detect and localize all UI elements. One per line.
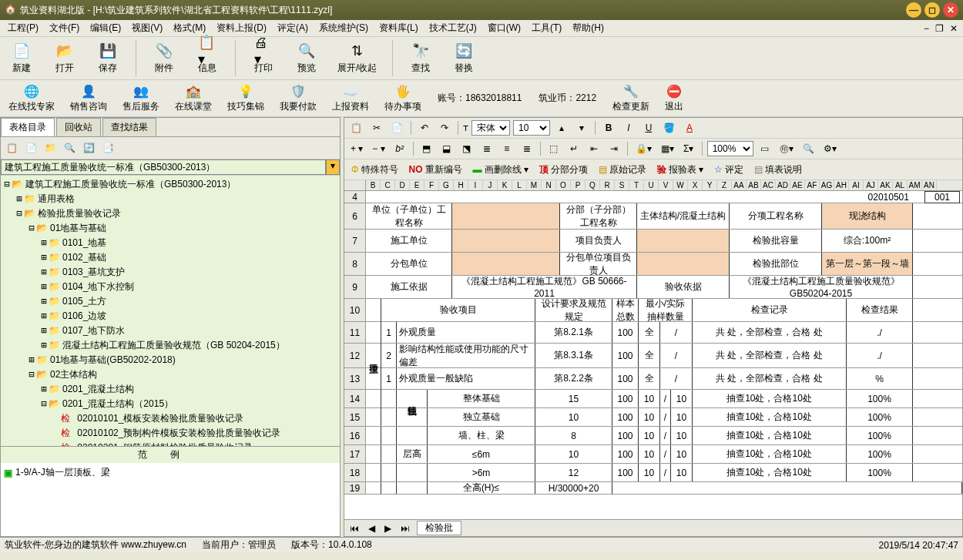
merge-button[interactable]: ⬚ <box>545 140 562 157</box>
service-button[interactable]: 👥售后服务 <box>120 82 162 114</box>
maximize-button[interactable]: ◻ <box>924 2 940 18</box>
align-right[interactable]: ≣ <box>518 140 535 157</box>
paste-button[interactable]: 📄 <box>388 119 406 136</box>
copy-button[interactable]: 📋 <box>347 119 365 136</box>
standard-input[interactable] <box>1 159 326 175</box>
tree-node[interactable]: 01地基与基础 <box>49 223 108 233</box>
menu-window[interactable]: 窗口(W) <box>483 20 525 36</box>
tree-node[interactable]: 0201_混凝土结构 <box>61 384 136 394</box>
upload-button[interactable]: ☁️上报资料 <box>330 82 371 114</box>
tree-node[interactable]: 02主体结构 <box>49 369 99 380</box>
sum-button[interactable]: Σ▾ <box>680 140 697 157</box>
example-item[interactable]: ▣1-9/A-J轴一层顶板、梁 <box>3 465 337 480</box>
search-cell[interactable]: 🔍 <box>800 140 817 157</box>
left-btn-2[interactable]: 📄 <box>22 139 39 156</box>
underline-button[interactable]: U <box>640 119 657 136</box>
font-color-button[interactable]: A <box>681 119 698 136</box>
align-bot[interactable]: ⬔ <box>458 140 475 157</box>
expand-button[interactable]: ⇅展开/收起 <box>334 40 380 76</box>
align-mid[interactable]: ⬓ <box>438 140 455 157</box>
align-top[interactable]: ⬒ <box>418 140 435 157</box>
size-down[interactable]: ▾ <box>573 119 590 136</box>
toggle-icon[interactable]: ⊟ <box>2 179 12 189</box>
plus-button[interactable]: + ▾ <box>347 140 366 157</box>
mdi-restore[interactable]: ❐ <box>933 23 946 34</box>
tree-root[interactable]: 建筑工程施工质量验收统一标准（GB50300-2013） <box>24 179 237 189</box>
mdi-close[interactable]: ✕ <box>948 23 960 34</box>
lock-button[interactable]: 🔒▾ <box>632 140 655 157</box>
sheet-first[interactable]: ⏮ <box>347 523 361 534</box>
menu-eval[interactable]: 评定(A) <box>273 20 313 36</box>
sheet-prev[interactable]: ◀ <box>366 523 377 534</box>
fill-color-button[interactable]: 🪣 <box>660 119 678 136</box>
section-button[interactable]: 顶分部分项 <box>535 161 592 178</box>
class-button[interactable]: 🏫在线课堂 <box>173 82 214 114</box>
size-up[interactable]: ▴ <box>553 119 570 136</box>
report-button[interactable]: 验报验表▾ <box>653 161 707 178</box>
border-button[interactable]: ▦▾ <box>658 140 677 157</box>
menu-project[interactable]: 工程(P) <box>3 20 43 36</box>
opt-button[interactable]: ⚙▾ <box>820 140 840 157</box>
tree-node[interactable]: 0106_边坡 <box>61 310 108 321</box>
tab-search[interactable]: 查找结果 <box>102 118 156 136</box>
left-btn-3[interactable]: 📁 <box>42 139 59 156</box>
left-btn-4[interactable]: 🔍 <box>61 139 78 156</box>
tips-button[interactable]: 💡技巧集锦 <box>225 82 267 114</box>
bold-button[interactable]: B <box>600 119 617 136</box>
delimg-button[interactable]: ▬画删除线▾ <box>469 161 532 178</box>
check-update-button[interactable]: 🔧检查更新 <box>610 82 652 114</box>
swap-button[interactable]: 🔄替换 <box>448 40 479 76</box>
tree-node[interactable]: 0101_地基 <box>61 237 108 248</box>
standard-combo[interactable]: ▾ <box>1 159 340 176</box>
sheet-next[interactable]: ▶ <box>382 523 394 534</box>
tree-node[interactable]: 0107_地下防水 <box>61 325 126 336</box>
menu-help[interactable]: 帮助(H) <box>568 20 609 36</box>
eval-button[interactable]: ☆评定 <box>710 161 747 178</box>
close-button[interactable]: ✕ <box>943 2 958 18</box>
exit-button[interactable]: ⛔退出 <box>663 82 686 114</box>
indent-dec[interactable]: ⇤ <box>586 140 602 157</box>
new-button[interactable]: 📄新建 <box>6 40 37 76</box>
row-header[interactable]: 4 <box>344 191 366 203</box>
left-btn-1[interactable]: 📋 <box>3 139 20 156</box>
tree-node[interactable]: 通用表格 <box>36 193 76 204</box>
tree-node[interactable]: 0103_基坑支护 <box>61 267 126 277</box>
wrap-button[interactable]: ↵ <box>565 140 582 157</box>
tree-view[interactable]: ⊟📂建筑工程施工质量验收统一标准（GB50300-2013） ⊞📁通用表格 ⊟📂… <box>1 176 340 446</box>
combo-dropdown[interactable]: ▾ <box>326 159 340 175</box>
sheet-tab[interactable]: 检验批 <box>417 521 461 535</box>
pay-button[interactable]: 🛡️我要付款 <box>277 82 319 114</box>
font-select[interactable]: 宋体 <box>471 120 510 136</box>
size-select[interactable]: 10 <box>513 120 550 136</box>
menu-view[interactable]: 视图(V) <box>127 20 167 36</box>
minimize-button[interactable]: — <box>906 2 921 18</box>
fit-button[interactable]: ▭ <box>757 140 773 157</box>
align-center[interactable]: ≡ <box>498 140 515 157</box>
print-button[interactable]: 🖨▾打印 <box>248 40 279 76</box>
todo-button[interactable]: 🖐️待办事项 <box>382 82 424 114</box>
tree-node[interactable]: 混凝土结构工程施工质量验收规范（GB 50204-2015） <box>61 340 287 350</box>
info-button[interactable]: 📋▾信息 <box>192 40 223 76</box>
italic-button[interactable]: I <box>620 119 637 136</box>
menu-tools[interactable]: 工具(T) <box>527 20 566 36</box>
tree-node[interactable]: 检验批质量验收记录 <box>36 208 122 219</box>
tree-node[interactable]: 01地基与基础(GB50202-2018) <box>49 354 177 365</box>
spreadsheet[interactable]: BCDEFGHIJKLMNOPQRSTUVWXYZAAABACADAEAFAGA… <box>344 180 962 519</box>
tree-leaf[interactable]: 02010102_预制构件模板安装检验批质量验收记录 <box>75 428 282 438</box>
open-button[interactable]: 📂打开 <box>49 40 80 76</box>
cut-button[interactable]: ✂ <box>368 119 385 136</box>
tree-node[interactable]: 0102_基础 <box>61 252 108 263</box>
sup-button[interactable]: b² <box>391 140 408 157</box>
tree-node[interactable]: 0104_地下水控制 <box>61 281 136 292</box>
left-btn-6[interactable]: 📑 <box>99 139 116 156</box>
menu-edit[interactable]: 编辑(E) <box>86 20 126 36</box>
indent-inc[interactable]: ⇥ <box>606 140 622 157</box>
preview-button[interactable]: 🔍预览 <box>291 40 322 76</box>
specchar-button[interactable]: Φ特殊符号 <box>347 161 402 178</box>
left-btn-5[interactable]: 🔄 <box>80 139 97 156</box>
tab-catalog[interactable]: 表格目录 <box>1 118 55 136</box>
seal-button[interactable]: ㊞▾ <box>777 140 797 157</box>
menu-file[interactable]: 文件(F) <box>45 20 84 36</box>
undo-button[interactable]: ↶ <box>416 119 433 136</box>
attach-button[interactable]: 📎附件 <box>149 40 180 76</box>
